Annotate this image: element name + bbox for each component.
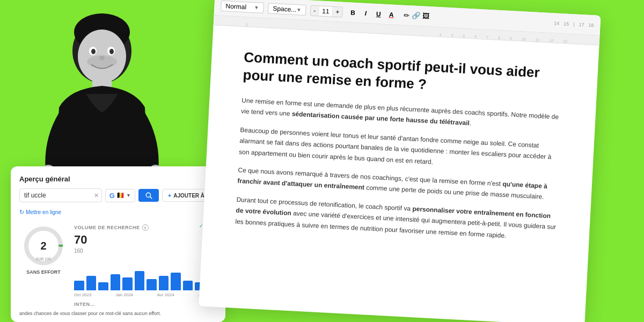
link-icon[interactable]: 🔗 [412, 11, 421, 20]
score-donut: 2 SUR 100 [22, 224, 65, 267]
font-dropdown-label: Space... [273, 4, 297, 13]
ruler-7: 7 [486, 35, 488, 39]
chart-label-1: Oct 2023 [74, 292, 91, 297]
chart-bar-3 [98, 282, 108, 290]
chart-bar-5 [122, 277, 133, 290]
chart-bar-10 [183, 281, 193, 290]
format-buttons: B I U A [347, 6, 398, 21]
add-to-label: AJOUTER À [173, 193, 204, 199]
ruler-11: 11 [535, 38, 539, 42]
refresh-icon: ↻ [19, 209, 24, 216]
seo-card-title: Aperçu général [19, 175, 217, 183]
intent-label: INTEN... [74, 302, 217, 307]
bold-text-1: sédentarisation causée par une forte hau… [291, 110, 470, 127]
seo-card: Aperçu général ✕ G 🇧🇪 ▼ + AJOUTER À ▼ ↻ … [11, 166, 225, 322]
doc-paragraph-2: Beaucoup de personnes voient leur tonus … [239, 125, 562, 174]
ruler-9: 9 [510, 36, 512, 40]
ruler-8: 8 [498, 36, 500, 40]
chart-bar-6 [135, 271, 145, 290]
bold-button[interactable]: B [347, 6, 359, 19]
ruler-3: 3 [440, 33, 442, 36]
score-number: 2 [40, 240, 46, 251]
text-color-button[interactable]: A [385, 8, 398, 20]
score-sub-label: SUR 100 [36, 257, 51, 261]
style-dropdown[interactable]: Normal ▼ [221, 0, 264, 13]
chart-bar-4 [111, 274, 121, 290]
ruler-6: 6 [474, 35, 477, 39]
bold-text-4: personnaliser votre entraînement en fonc… [236, 205, 551, 219]
refresh-label: Mettre en ligne [26, 209, 61, 215]
google-dropdown-arrow: ▼ [126, 193, 131, 198]
svg-point-7 [109, 49, 114, 54]
google-search-button[interactable]: G 🇧🇪 ▼ [105, 189, 135, 202]
volume-area: VOLUME DE RECHERCHE i 70 ✓ Mis à 160 [74, 224, 217, 307]
score-effort-label: SANS EFFORT [26, 269, 61, 275]
chart-bar-8 [159, 276, 169, 290]
search-icon [145, 192, 152, 199]
font-size-control: - 11 + [310, 5, 343, 17]
doc-content: Comment un coach sportif peut-il vous ai… [199, 25, 599, 322]
search-button[interactable] [138, 189, 159, 202]
underline-button[interactable]: U [372, 8, 385, 20]
plus-icon: + [168, 192, 171, 199]
ruler-12: 12 [549, 39, 553, 42]
google-icon: G [109, 192, 115, 200]
ruler-5: 5 [463, 34, 465, 38]
clear-search-button[interactable]: ✕ [94, 192, 99, 199]
doc-heading: Comment un coach sportif peut-il vous ai… [243, 48, 566, 100]
font-size-value: 11 [318, 6, 333, 16]
chart-bar-7 [147, 279, 157, 290]
image-icon[interactable]: 🖼 [422, 12, 430, 20]
bold-text-3: qu'une étape à franchir avant d'attaquer… [237, 177, 547, 191]
seo-bottom-text: andes chances de vous classer pour ce mo… [19, 310, 217, 317]
extra-toolbar-icons: ✏ 🔗 🖼 [404, 11, 430, 20]
font-dropdown[interactable]: Space... ▼ [268, 3, 306, 16]
font-dropdown-arrow: ▼ [296, 7, 301, 12]
seo-metrics-row: 2 SUR 100 SANS EFFORT VOLUME DE RECHERCH… [19, 224, 217, 307]
volume-label-text: VOLUME DE RECHERCHE [74, 225, 140, 230]
search-input[interactable] [19, 188, 102, 202]
style-dropdown-label: Normal [225, 2, 246, 11]
svg-line-13 [150, 197, 151, 199]
font-size-decrease[interactable]: - [311, 5, 319, 16]
seo-score-area: 2 SUR 100 SANS EFFORT [19, 224, 68, 307]
chart-x-labels: Oct 2023 Jan 2024 Avr 2024 Juin 2024 [74, 292, 217, 297]
chart-bar-9 [171, 273, 181, 290]
ruler-10: 10 [522, 37, 526, 41]
ruler-end: 13 [563, 39, 567, 43]
belgium-flag-icon: 🇧🇪 [116, 192, 125, 199]
chart-bar-1 [74, 281, 84, 290]
doc-card: Normal ▼ Space... ▼ - 11 + B I U A ✏ 🔗 🖼 [199, 0, 601, 322]
ruler-start: 2 [246, 23, 248, 26]
seo-search-row: ✕ G 🇧🇪 ▼ + AJOUTER À ▼ [19, 188, 217, 202]
font-size-increase[interactable]: + [333, 6, 342, 17]
volume-info-icon: i [142, 224, 149, 231]
search-input-wrap: ✕ [19, 188, 102, 202]
chart-label-3: Avr 2024 [157, 292, 174, 297]
volume-chart [74, 258, 217, 290]
style-dropdown-arrow: ▼ [254, 5, 259, 10]
chart-label-2: Jan 2024 [115, 292, 133, 297]
ruler-numbers: 1415|1718 [554, 20, 594, 28]
svg-point-6 [91, 49, 96, 54]
chart-bar-2 [86, 276, 97, 290]
refresh-button[interactable]: ↻ Mettre en ligne [19, 209, 61, 216]
volume-label: VOLUME DE RECHERCHE i [74, 224, 217, 231]
svg-point-8 [99, 56, 105, 60]
ruler-4: 4 [451, 33, 453, 37]
pencil-icon[interactable]: ✏ [404, 11, 410, 20]
italic-button[interactable]: I [360, 7, 372, 19]
volume-number: 70 [74, 233, 217, 247]
doc-paragraph-4: Durant tout ce processus de retonificati… [235, 194, 558, 244]
volume-sub-value: 160 [74, 248, 217, 254]
